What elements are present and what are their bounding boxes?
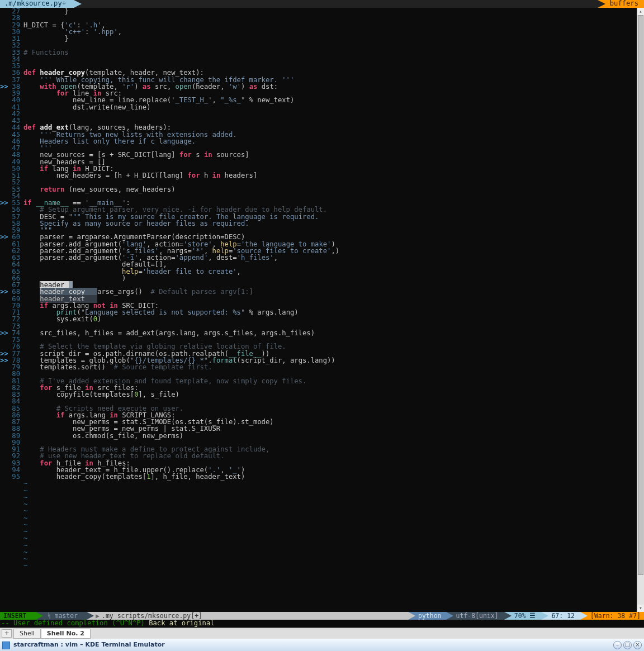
code-line[interactable]: help='header file to create', — [23, 268, 644, 275]
code-line[interactable]: header_copy arse_args() # Default parses… — [23, 288, 644, 295]
gutter: >>>>>>>>>>>>>> 2728293031323334353637383… — [0, 8, 23, 612]
empty-line: ~ — [23, 480, 644, 487]
code-line[interactable]: new_sources = [s + SRC_DICT[lang] for s … — [23, 151, 644, 158]
completion-mode-msg: -- User defined completion (^U^N^P) — [1, 619, 149, 627]
code-line[interactable]: src_files, h_files = add_ext(args.lang, … — [23, 330, 644, 336]
scroll-track[interactable] — [637, 15, 644, 605]
code-line[interactable]: copyfile(templates[0], s_file) — [23, 391, 644, 398]
terminal-tab[interactable]: Shell No. 2 — [41, 629, 91, 639]
code-line[interactable]: new_headers = [h + H_DICT[lang] for h in… — [23, 172, 644, 179]
line-icon: ☰ — [529, 612, 536, 619]
scroll-down-button[interactable]: ▾ — [637, 605, 644, 612]
empty-line: ~ — [23, 494, 644, 501]
code-line[interactable]: ) — [23, 275, 644, 282]
code-line[interactable]: Specify as many source or header files a… — [23, 220, 644, 227]
empty-line: ~ — [23, 507, 644, 514]
encoding: utf-8[unix] — [446, 612, 504, 620]
completion-status-msg: Back at original — [149, 619, 214, 627]
window-title: starcraftman : vim – KDE Terminal Emulat… — [13, 642, 165, 648]
maximize-button[interactable]: ▢ — [623, 641, 632, 649]
code-line[interactable]: Headers list only there if c language. — [23, 138, 644, 145]
code-line[interactable]: } — [23, 35, 644, 42]
app-icon — [2, 642, 10, 649]
empty-line: ~ — [23, 562, 644, 569]
code-line[interactable]: templates.sort() # Source template first… — [23, 364, 644, 370]
terminal-tab[interactable]: Shell — [13, 629, 41, 639]
scroll-up-button[interactable]: ▴ — [637, 8, 644, 15]
empty-line: ~ — [23, 535, 644, 541]
empty-line: ~ — [23, 515, 644, 521]
code-line[interactable]: print("Language selected is not supporte… — [23, 309, 644, 316]
filetype: python — [408, 612, 446, 620]
code-line[interactable]: 'c++': '.hpp', — [23, 28, 644, 35]
code-line[interactable] — [23, 15, 644, 21]
scroll-percent: 70% ☰ — [504, 612, 542, 620]
code-area[interactable]: } H_DICT = {'c': '.h', 'c++': '.hpp', } … — [23, 8, 644, 612]
code-line[interactable]: } — [23, 8, 644, 15]
empty-line: ~ — [23, 521, 644, 528]
buffer-tab-buffers[interactable]: buffers — [598, 0, 644, 8]
branch-icon: ᛋ — [47, 612, 51, 619]
buffer-tab-active[interactable]: .m/mksource.py+ — [0, 0, 74, 8]
close-button[interactable]: × — [633, 641, 642, 649]
code-line[interactable]: dst.write(new_line) — [23, 104, 644, 111]
command-line[interactable]: -- User defined completion (^U^N^P) Back… — [0, 620, 644, 628]
empty-line: ~ — [23, 487, 644, 494]
new-terminal-tab-button[interactable]: + — [2, 629, 12, 637]
code-line[interactable]: header_copy(templates[1], h_file, header… — [23, 473, 644, 480]
code-line[interactable]: sys.exit(0) — [23, 316, 644, 322]
git-branch: ᛋ master — [36, 612, 87, 620]
syntastic-warn[interactable]: [Warn: 38 #7] — [580, 612, 644, 620]
empty-line: ~ — [23, 555, 644, 562]
empty-line: ~ — [23, 528, 644, 535]
code-line[interactable]: return (new_sources, new_headers) — [23, 186, 644, 193]
empty-line: ~ — [23, 501, 644, 507]
code-line[interactable] — [23, 42, 644, 49]
empty-line: ~ — [23, 542, 644, 549]
statusline: INSERT ᛋ master ▶ .my scripts/mksource.p… — [0, 612, 644, 620]
minimize-button[interactable]: – — [613, 641, 622, 649]
scroll-thumb[interactable] — [638, 15, 643, 575]
mode-indicator: INSERT — [0, 612, 36, 620]
code-line[interactable]: os.chmod(s_file, new_perms) — [23, 433, 644, 439]
code-line[interactable] — [23, 111, 644, 117]
code-line[interactable]: new_headers = [] — [23, 159, 644, 165]
terminal-tabbar: + ShellShell No. 2 — [0, 628, 644, 639]
cursor-position: 67: 12 — [541, 612, 580, 620]
file-path: ▶ .my scripts/mksource.py[+] — [87, 612, 408, 620]
scrollbar[interactable]: ▴ ▾ — [637, 8, 644, 612]
code-line[interactable]: # Functions — [23, 49, 644, 56]
code-line[interactable] — [23, 56, 644, 63]
code-line[interactable]: default=[], — [23, 261, 644, 268]
empty-line: ~ — [23, 549, 644, 555]
branch-name: master — [54, 612, 78, 619]
editor-viewport[interactable]: >>>>>>>>>>>>>> 2728293031323334353637383… — [0, 8, 644, 612]
window-titlebar: starcraftman : vim – KDE Terminal Emulat… — [0, 639, 644, 651]
buffer-tabbar: .m/mksource.py+ buffers — [0, 0, 644, 8]
